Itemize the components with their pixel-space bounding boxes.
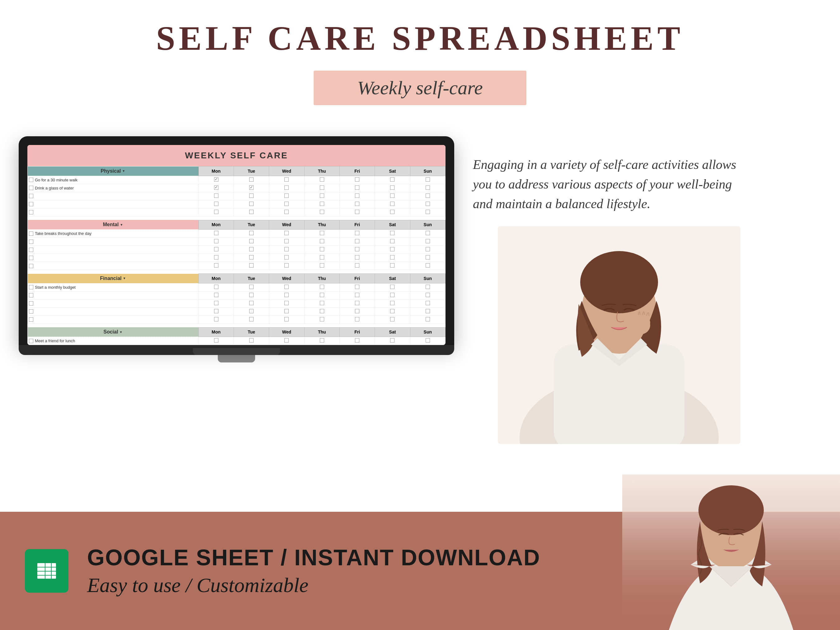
check-cell[interactable]	[284, 293, 289, 297]
task-checkbox[interactable]	[29, 285, 33, 289]
check-cell[interactable]	[249, 185, 254, 190]
check-cell[interactable]	[426, 247, 430, 251]
check-cell[interactable]	[249, 255, 254, 259]
check-cell[interactable]	[284, 177, 289, 182]
check-cell[interactable]	[214, 239, 218, 243]
check-cell[interactable]	[390, 293, 395, 297]
check-cell[interactable]	[355, 317, 359, 321]
check-cell[interactable]	[320, 194, 324, 198]
check-cell[interactable]	[355, 231, 359, 235]
check-cell[interactable]	[390, 202, 395, 206]
check-cell[interactable]	[390, 338, 395, 343]
check-cell[interactable]	[284, 317, 289, 321]
check-cell[interactable]	[320, 309, 324, 313]
check-cell[interactable]	[284, 210, 289, 214]
check-cell[interactable]	[249, 247, 254, 251]
check-cell[interactable]	[426, 210, 430, 214]
check-cell[interactable]	[355, 263, 359, 268]
check-cell[interactable]	[284, 338, 289, 343]
check-cell[interactable]	[214, 263, 218, 268]
check-cell[interactable]	[214, 293, 218, 297]
check-cell[interactable]	[249, 317, 254, 321]
check-cell[interactable]	[390, 239, 395, 243]
check-cell[interactable]	[214, 255, 218, 259]
check-cell[interactable]	[390, 194, 395, 198]
check-cell[interactable]	[214, 177, 218, 182]
check-cell[interactable]	[249, 293, 254, 297]
check-cell[interactable]	[320, 255, 324, 259]
check-cell[interactable]	[320, 239, 324, 243]
check-cell[interactable]	[320, 185, 324, 190]
check-cell[interactable]	[390, 247, 395, 251]
task-checkbox[interactable]	[29, 256, 33, 260]
check-cell[interactable]	[284, 255, 289, 259]
task-checkbox[interactable]	[29, 194, 33, 198]
check-cell[interactable]	[249, 285, 254, 289]
check-cell[interactable]	[214, 309, 218, 313]
check-cell[interactable]	[390, 255, 395, 259]
check-cell[interactable]	[390, 263, 395, 268]
check-cell[interactable]	[426, 202, 430, 206]
check-cell[interactable]	[249, 202, 254, 206]
check-cell[interactable]	[249, 239, 254, 243]
check-cell[interactable]	[320, 247, 324, 251]
check-cell[interactable]	[320, 338, 324, 343]
check-cell[interactable]	[390, 301, 395, 305]
check-cell[interactable]	[284, 309, 289, 313]
check-cell[interactable]	[426, 185, 430, 190]
check-cell[interactable]	[355, 177, 359, 182]
task-checkbox[interactable]	[29, 264, 33, 268]
task-checkbox[interactable]	[29, 240, 33, 244]
task-checkbox[interactable]	[29, 248, 33, 252]
check-cell[interactable]	[355, 194, 359, 198]
check-cell[interactable]	[284, 247, 289, 251]
task-checkbox[interactable]	[29, 309, 33, 314]
check-cell[interactable]	[426, 301, 430, 305]
check-cell[interactable]	[426, 255, 430, 259]
check-cell[interactable]	[426, 263, 430, 268]
check-cell[interactable]	[284, 202, 289, 206]
check-cell[interactable]	[355, 185, 359, 190]
check-cell[interactable]	[355, 309, 359, 313]
check-cell[interactable]	[214, 301, 218, 305]
check-cell[interactable]	[284, 231, 289, 235]
task-checkbox[interactable]	[29, 293, 33, 297]
check-cell[interactable]	[390, 285, 395, 289]
check-cell[interactable]	[249, 231, 254, 235]
check-cell[interactable]	[249, 210, 254, 214]
check-cell[interactable]	[426, 293, 430, 297]
check-cell[interactable]	[426, 317, 430, 321]
check-cell[interactable]	[249, 177, 254, 182]
check-cell[interactable]	[320, 263, 324, 268]
check-cell[interactable]	[320, 231, 324, 235]
check-cell[interactable]	[390, 231, 395, 235]
check-cell[interactable]	[249, 194, 254, 198]
check-cell[interactable]	[249, 338, 254, 343]
check-cell[interactable]	[355, 338, 359, 343]
check-cell[interactable]	[249, 263, 254, 268]
check-cell[interactable]	[426, 177, 430, 182]
check-cell[interactable]	[320, 301, 324, 305]
check-cell[interactable]	[320, 177, 324, 182]
check-cell[interactable]	[355, 293, 359, 297]
check-cell[interactable]	[284, 185, 289, 190]
check-cell[interactable]	[214, 338, 218, 343]
check-cell[interactable]	[214, 231, 218, 235]
task-checkbox[interactable]	[29, 339, 33, 343]
check-cell[interactable]	[320, 285, 324, 289]
check-cell[interactable]	[390, 210, 395, 214]
check-cell[interactable]	[355, 202, 359, 206]
task-checkbox[interactable]	[29, 317, 33, 322]
check-cell[interactable]	[214, 247, 218, 251]
check-cell[interactable]	[390, 185, 395, 190]
task-checkbox[interactable]	[29, 301, 33, 306]
check-cell[interactable]	[426, 194, 430, 198]
check-cell[interactable]	[426, 231, 430, 235]
check-cell[interactable]	[426, 309, 430, 313]
check-cell[interactable]	[390, 309, 395, 313]
check-cell[interactable]	[214, 202, 218, 206]
check-cell[interactable]	[355, 239, 359, 243]
check-cell[interactable]	[320, 293, 324, 297]
check-cell[interactable]	[214, 210, 218, 214]
check-cell[interactable]	[284, 285, 289, 289]
